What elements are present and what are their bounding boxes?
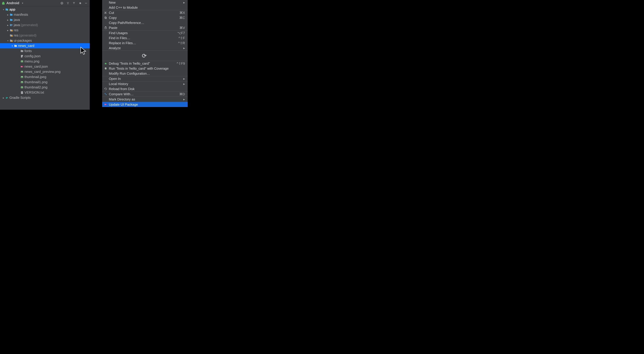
menu-item-modify-run[interactable]: Modify Run Configuration…: [102, 71, 188, 76]
svg-point-0: [3, 2, 3, 3]
menu-item-find-usages[interactable]: Find Usages ⌥F7: [102, 30, 188, 35]
menu-item-open-in[interactable]: Open In ▶: [102, 76, 188, 81]
menu-label: Run 'Tests in 'hello_card'' with Coverag…: [109, 67, 185, 70]
menu-item-compare[interactable]: Compare With… ⌘D: [102, 92, 188, 97]
menu-item-replace-in-files[interactable]: Replace in Files… ^⇧R: [102, 40, 188, 45]
image-file-icon: [20, 75, 24, 79]
menu-label: Open In: [109, 77, 182, 81]
menu-loading-spinner: ⟳: [102, 51, 188, 61]
menu-item-new[interactable]: New ▶: [102, 0, 188, 5]
expand-arrow-icon[interactable]: [6, 13, 10, 16]
expand-arrow-icon[interactable]: [6, 24, 10, 26]
menu-shortcut: ⌥F7: [177, 31, 185, 35]
menu-label: Copy Path/Reference…: [109, 21, 185, 25]
tree-item-java-generated[interactable]: java (generated): [0, 22, 90, 28]
svg-line-43: [106, 63, 107, 64]
tree-item-app[interactable]: app: [0, 7, 90, 12]
menu-shortcut: ⌘X: [180, 11, 185, 15]
menu-item-cut[interactable]: Cut ⌘X: [102, 10, 188, 15]
menu-label: Modify Run Configuration…: [109, 72, 185, 76]
tree-label: news_card.json: [24, 65, 48, 68]
tree-label: news_card: [18, 44, 34, 48]
expand-arrow-icon[interactable]: [6, 29, 10, 31]
svg-rect-13: [12, 35, 13, 37]
menu-label: Update UI Package: [109, 103, 185, 107]
context-menu: New ▶ Add C++ to Module Cut ⌘X Copy ⌘C C…: [102, 0, 188, 107]
tree-label: app: [10, 7, 16, 11]
shield-run-icon: [104, 67, 108, 70]
svg-line-44: [105, 64, 105, 64]
expand-arrow-icon[interactable]: [2, 97, 5, 99]
expand-arrow-icon[interactable]: [11, 45, 14, 47]
panel-title: Android: [6, 1, 19, 5]
menu-item-add-cpp[interactable]: Add C++ to Module: [102, 5, 188, 10]
menu-item-copy-path[interactable]: Copy Path/Reference…: [102, 20, 188, 25]
settings-gear-icon[interactable]: [78, 1, 82, 5]
menu-item-reload[interactable]: Reload from Disk: [102, 86, 188, 91]
tree-hint: (generated): [21, 23, 38, 27]
tree-item-news-card-json[interactable]: news_card.json: [0, 64, 90, 69]
panel-view-selector[interactable]: Android ▼: [2, 1, 60, 5]
tree-item-news-card-preview[interactable]: news_card_preview.png: [0, 69, 90, 74]
module-folder-icon: [5, 8, 9, 11]
svg-rect-14: [12, 41, 13, 42]
svg-point-41: [105, 63, 106, 64]
menu-item-update-ui-package[interactable]: Update UI Package: [102, 102, 188, 107]
tree-item-menu-png[interactable]: menu.png: [0, 59, 90, 64]
menu-item-local-history[interactable]: Local History ▶: [102, 81, 188, 86]
tree-item-ui-packages[interactable]: ui-packages: [0, 38, 90, 43]
menu-item-paste[interactable]: Paste ⌘V: [102, 25, 188, 30]
tree-item-thumbnail2-png[interactable]: thumbnail2.png: [0, 85, 90, 90]
tree-item-gradle-scripts[interactable]: Gradle Scripts: [0, 95, 90, 100]
tree-item-manifests[interactable]: manifests: [0, 12, 90, 17]
tree-item-config-json[interactable]: config.json: [0, 54, 90, 59]
submenu-arrow-icon: ▶: [183, 83, 185, 85]
menu-label: Copy: [109, 16, 179, 20]
tree-label: res: [14, 28, 18, 32]
compare-icon: [104, 93, 108, 96]
tree-item-news-card[interactable]: news_card: [0, 43, 90, 48]
resource-folder-icon: [10, 39, 13, 42]
tree-item-res[interactable]: res: [0, 28, 90, 33]
menu-item-run-coverage[interactable]: Run 'Tests in 'hello_card'' with Coverag…: [102, 66, 188, 71]
menu-shortcut: ⌘V: [180, 26, 185, 30]
folder-icon: [14, 44, 18, 48]
project-panel: Android ▼ app: [0, 0, 90, 110]
menu-shortcut: ^⇧F9: [176, 61, 185, 65]
submenu-arrow-icon: ▶: [183, 98, 185, 101]
collapse-all-icon[interactable]: [72, 1, 76, 5]
generated-folder-icon: [10, 23, 13, 27]
expand-arrow-icon[interactable]: [6, 19, 10, 21]
menu-label: Mark Directory as: [109, 97, 182, 101]
expand-all-icon[interactable]: [66, 1, 70, 5]
menu-label: Find Usages: [109, 31, 177, 35]
svg-point-34: [105, 12, 105, 12]
tree-item-java[interactable]: java: [0, 17, 90, 22]
menu-item-copy[interactable]: Copy ⌘C: [102, 15, 188, 20]
tree-item-version-txt[interactable]: VERSION.txt: [0, 90, 90, 95]
hide-panel-icon[interactable]: [84, 1, 88, 5]
menu-item-find-in-files[interactable]: Find in Files… ^⇧F: [102, 35, 188, 40]
resource-folder-icon: [10, 28, 13, 32]
tree-item-res-generated[interactable]: res (generated): [0, 33, 90, 38]
tree-item-fonts[interactable]: fonts: [0, 48, 90, 54]
folder-icon: [10, 18, 13, 22]
select-opened-file-icon[interactable]: [60, 1, 64, 5]
tree-label: Gradle Scripts: [10, 96, 31, 100]
tree-label: menu.png: [24, 59, 40, 63]
chevron-down-icon: ▼: [22, 2, 24, 4]
tree-item-thumbnail1-png[interactable]: thumbnail1.png: [0, 80, 90, 85]
tree-label: fonts: [24, 49, 32, 53]
menu-item-mark-directory[interactable]: Mark Directory as ▶: [102, 97, 188, 102]
menu-shortcut: ^⇧F: [178, 36, 185, 40]
menu-item-analyze[interactable]: Analyze ▶: [102, 45, 188, 51]
expand-arrow-icon[interactable]: [2, 8, 5, 11]
menu-item-debug-tests[interactable]: Debug 'Tests in 'hello_card'' ^⇧F9: [102, 61, 188, 66]
tree-item-thumbnail-jpeg[interactable]: thumbnail.jpeg: [0, 74, 90, 80]
expand-arrow-icon[interactable]: [6, 39, 10, 42]
tree-label: ui-packages: [14, 39, 32, 42]
menu-label: Local History: [109, 82, 182, 86]
svg-rect-40: [105, 27, 106, 27]
svg-rect-12: [12, 30, 13, 31]
submenu-arrow-icon: ▶: [183, 1, 185, 4]
